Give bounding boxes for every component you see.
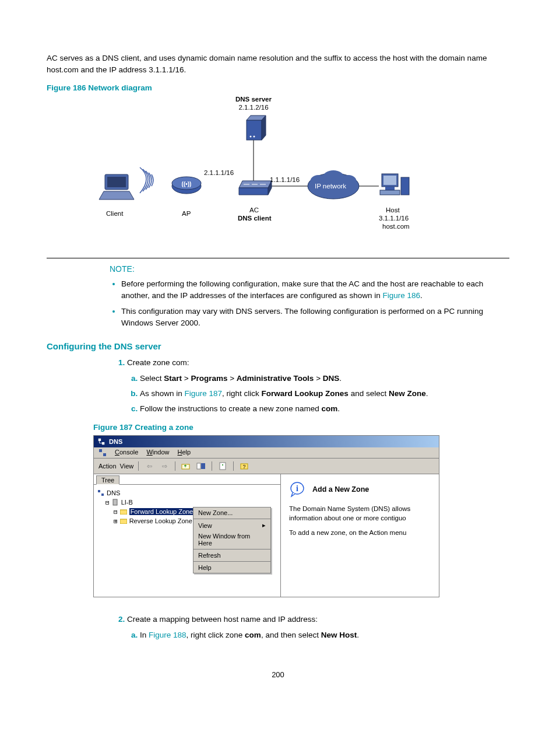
figure-186-diagram: ((•)) xyxy=(93,96,443,247)
svg-rect-31 xyxy=(102,442,104,444)
svg-point-40 xyxy=(222,464,223,466)
svg-rect-44 xyxy=(101,494,104,496)
ap-icon: ((•)) xyxy=(172,177,201,194)
menu-window[interactable]: Window xyxy=(146,449,169,457)
ip-network-label: IP network xyxy=(315,183,346,191)
figure-188-link[interactable]: Figure 188 xyxy=(149,631,186,639)
note-bullet-1: Before performing the following configur… xyxy=(121,278,509,301)
dns-server-ip: 2.1.1.2/16 xyxy=(224,104,283,112)
svg-rect-27 xyxy=(385,187,395,190)
svg-rect-29 xyxy=(401,177,409,195)
svg-text:((•)): ((•)) xyxy=(182,181,192,187)
svg-rect-43 xyxy=(98,490,100,492)
help-icon[interactable]: ? xyxy=(238,460,250,472)
tree-host[interactable]: ⊟ LI-B xyxy=(97,498,278,507)
divider xyxy=(47,258,509,258)
toolbar-action[interactable]: Action xyxy=(98,463,117,470)
note-list: Before performing the following configur… xyxy=(111,278,509,328)
context-view[interactable]: View▸ xyxy=(193,520,270,531)
steps-list-cont: Create a mapping between host name and I… xyxy=(111,614,509,641)
figure-186-link[interactable]: Figure 186 xyxy=(383,291,421,300)
context-new-window[interactable]: New Window from Here xyxy=(193,531,270,548)
context-menu: New Zone... View▸ New Window from Here R… xyxy=(193,507,271,573)
svg-rect-39 xyxy=(220,463,226,470)
submenu-arrow-icon: ▸ xyxy=(262,522,266,529)
figure-186-title: Figure 186 Network diagram xyxy=(47,83,509,92)
dns-server-icon xyxy=(247,116,266,140)
steps-list: Create zone com: Select Start > Programs… xyxy=(111,357,509,415)
dns-server-label: DNS server xyxy=(224,96,283,104)
tree-tab[interactable]: Tree xyxy=(96,475,119,485)
ac-ip-right: 1.1.1.1/16 xyxy=(270,176,300,184)
dns-root-icon xyxy=(97,489,104,496)
svg-rect-28 xyxy=(380,190,400,195)
svg-rect-45 xyxy=(113,499,117,505)
step-1b: As shown in Figure 187, right click Forw… xyxy=(140,388,509,400)
section-heading: Configuring the DNS server xyxy=(47,341,509,351)
toolbar-view[interactable]: View xyxy=(120,463,134,470)
window-titlebar[interactable]: DNS xyxy=(94,436,439,447)
pane-title: Add a New Zone xyxy=(312,485,369,494)
host-name: host.com xyxy=(382,223,410,231)
dns-client-label: DNS client xyxy=(238,215,272,223)
ac-icon xyxy=(239,181,272,195)
dns-window: DNS Console Window Help Action View ⇦ ⇨ … xyxy=(93,435,439,597)
menu-help[interactable]: Help xyxy=(178,449,191,457)
up-folder-icon[interactable] xyxy=(180,460,192,472)
svg-text:i: i xyxy=(296,484,298,493)
tree-root[interactable]: DNS xyxy=(97,488,278,498)
step-1a: Select Start > Programs > Administrative… xyxy=(140,373,509,384)
note-label: NOTE: xyxy=(110,264,509,274)
svg-rect-26 xyxy=(383,176,396,185)
step-2: Create a mapping between host name and I… xyxy=(127,614,509,641)
folder-icon xyxy=(120,509,127,514)
tree-pane: Tree DNS ⊟ LI-B ⊟ Forward Lo xyxy=(94,474,281,597)
context-new-zone[interactable]: New Zone... xyxy=(193,508,270,518)
menu-console[interactable]: Console xyxy=(115,449,138,457)
context-refresh[interactable]: Refresh xyxy=(193,550,270,561)
forward-icon[interactable]: ⇨ xyxy=(159,460,170,472)
back-icon[interactable]: ⇦ xyxy=(143,460,155,472)
ac-label: AC xyxy=(249,206,259,215)
host-icon xyxy=(380,174,409,195)
pane-text-1: The Domain Name System (DNS) allows info… xyxy=(289,505,431,523)
page-content: AC serves as a DNS client, and uses dyna… xyxy=(0,0,556,702)
show-hide-icon[interactable] xyxy=(195,460,207,472)
content-pane: i Add a New Zone The Domain Name System … xyxy=(281,474,439,597)
svg-marker-18 xyxy=(262,116,266,140)
step-1: Create zone com: Select Start > Programs… xyxy=(127,357,509,415)
svg-rect-34 xyxy=(99,449,102,452)
svg-rect-37 xyxy=(197,463,200,469)
window-title: DNS xyxy=(109,438,122,445)
ac-ip-left: 2.1.1.1/16 xyxy=(204,169,234,177)
svg-rect-30 xyxy=(98,439,101,441)
svg-rect-47 xyxy=(120,519,127,524)
svg-rect-46 xyxy=(120,510,127,514)
svg-text:?: ? xyxy=(243,464,246,470)
intro-paragraph: AC serves as a DNS client, and uses dyna… xyxy=(47,52,509,75)
svg-point-19 xyxy=(250,136,252,138)
ap-label: AP xyxy=(182,210,191,218)
svg-marker-6 xyxy=(99,191,134,200)
svg-rect-5 xyxy=(107,177,126,187)
info-bubble-icon: i xyxy=(289,481,307,498)
pane-text-2: To add a new zone, on the Action menu xyxy=(289,528,431,538)
figure-187-link[interactable]: Figure 187 xyxy=(185,389,223,398)
host-label: Host xyxy=(386,206,400,215)
figure-187-title: Figure 187 Creating a zone xyxy=(93,423,509,432)
step-1c: Follow the instructions to create a new … xyxy=(140,403,509,415)
client-icon xyxy=(99,174,134,200)
dns-app-icon xyxy=(97,438,105,446)
server-icon xyxy=(112,499,119,506)
step-2a: In Figure 188, right click zone com, and… xyxy=(140,629,509,641)
context-help[interactable]: Help xyxy=(193,562,270,573)
window-menubar: Console Window Help xyxy=(94,447,439,459)
properties-icon[interactable] xyxy=(217,460,228,472)
page-number: 200 xyxy=(47,670,509,679)
svg-marker-11 xyxy=(239,188,268,195)
client-label: Client xyxy=(106,210,123,218)
svg-point-20 xyxy=(254,136,255,138)
svg-rect-35 xyxy=(103,453,106,456)
svg-rect-38 xyxy=(201,463,205,469)
folder-icon xyxy=(120,518,127,524)
